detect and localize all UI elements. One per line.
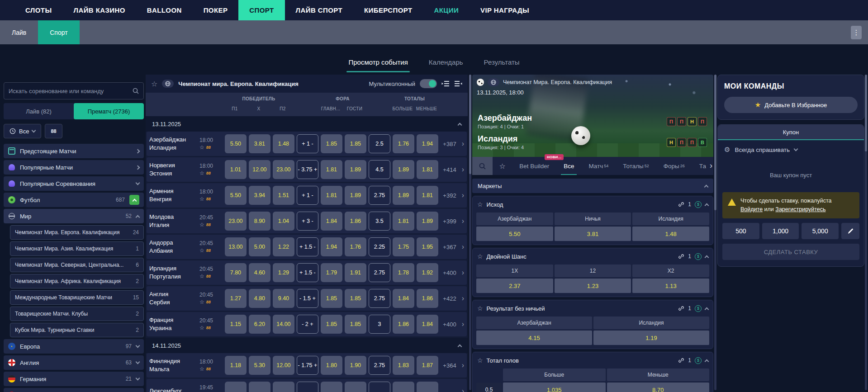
- odds-p1-button[interactable]: 1.15: [225, 315, 247, 334]
- favorite-market-star-icon[interactable]: ☆: [477, 201, 483, 208]
- open-event-chevron[interactable]: ›: [456, 294, 464, 302]
- date-group-header[interactable]: 13.11.2025: [146, 116, 468, 132]
- odds-p2-button[interactable]: 1.51: [273, 186, 294, 205]
- odds-p1-button[interactable]: 1.01: [225, 160, 247, 179]
- odds-x-button[interactable]: 4.80: [249, 289, 270, 308]
- odds-p2-button[interactable]: 1.29: [273, 263, 294, 282]
- handicap-home-button[interactable]: 1.81: [321, 160, 342, 179]
- multicolumn-toggle[interactable]: [420, 79, 437, 88]
- stats-icon[interactable]: 88: [206, 247, 211, 254]
- tab-live[interactable]: Лайв: [0, 20, 38, 44]
- handicap-home-button[interactable]: [321, 382, 342, 392]
- odds-button[interactable]: 2.37: [476, 279, 553, 293]
- tab-calendar[interactable]: Календарь: [427, 58, 465, 72]
- total-line-button[interactable]: 2.75: [369, 186, 390, 205]
- handicap-line-button[interactable]: - 1.75 +: [297, 356, 318, 375]
- total-line-button[interactable]: 3: [369, 315, 390, 334]
- kebab-menu-icon[interactable]: ⋮: [851, 26, 862, 39]
- chevron-up-icon[interactable]: [705, 307, 709, 312]
- list-layout-alt-icon[interactable]: [454, 80, 462, 87]
- favorite-market-star-icon[interactable]: ☆: [477, 357, 483, 364]
- market-search-button[interactable]: [472, 157, 493, 175]
- league-item[interactable]: Чемпионат Мира. Азия. Квалификация 1: [10, 241, 144, 256]
- total-over-button[interactable]: 1.75: [393, 237, 414, 256]
- total-over-button[interactable]: 1.83: [393, 356, 414, 375]
- favorite-markets-tab[interactable]: ☆: [493, 162, 512, 170]
- odds-p2-button[interactable]: 14.00: [273, 315, 294, 334]
- total-line-button[interactable]: 2.75: [369, 289, 390, 308]
- handicap-home-button[interactable]: 1.85: [321, 134, 342, 153]
- odds-x-button[interactable]: 5.00: [249, 237, 270, 256]
- league-item[interactable]: Чемпионат Мира. Северная, Центральна... …: [10, 258, 144, 272]
- favorite-star-icon[interactable]: ☆: [199, 144, 204, 151]
- country-item[interactable]: Европа 97: [4, 339, 144, 354]
- page-scrollbar[interactable]: [865, 75, 867, 390]
- sidebar-quick-link[interactable]: Популярные Матчи: [4, 160, 144, 175]
- handicap-away-button[interactable]: [345, 382, 366, 392]
- handicap-line-button[interactable]: - 2 +: [297, 315, 318, 334]
- event-row[interactable]: Англия Сербия 20:45 ☆88 1.27 4.80 9.40 -…: [147, 286, 467, 311]
- total-under-button[interactable]: [417, 382, 438, 392]
- total-under-button[interactable]: 1.89: [417, 212, 438, 231]
- login-link[interactable]: Войдите: [740, 206, 763, 213]
- odds-p2-button[interactable]: [273, 382, 294, 392]
- favorite-market-star-icon[interactable]: ☆: [477, 253, 483, 260]
- odds-p2-button[interactable]: 9.40: [273, 289, 294, 308]
- tab-sport[interactable]: Спорт: [38, 20, 79, 44]
- odds-p1-button[interactable]: 5.50: [225, 134, 247, 153]
- link-icon[interactable]: [678, 305, 684, 312]
- stake-chip-5000[interactable]: 5,000: [802, 223, 839, 239]
- total-line-button[interactable]: 2.25: [369, 237, 390, 256]
- link-icon[interactable]: [678, 357, 684, 364]
- odds-x-button[interactable]: 3.81: [249, 134, 270, 153]
- total-over-button[interactable]: 1.86: [393, 315, 414, 334]
- nav-sport[interactable]: СПОРТ: [238, 0, 285, 20]
- nav-poker[interactable]: ПОКЕР: [193, 0, 239, 20]
- open-event-chevron[interactable]: ›: [456, 165, 464, 174]
- odds-button[interactable]: 4.15: [476, 331, 592, 345]
- stats-icon[interactable]: 88: [206, 273, 211, 280]
- handicap-line-button[interactable]: + 1 -: [297, 134, 318, 153]
- events-scrollbar[interactable]: [469, 75, 471, 390]
- handicap-away-button[interactable]: 1.86: [345, 212, 366, 231]
- handicap-away-button[interactable]: 1.85: [345, 289, 366, 308]
- more-markets-count[interactable]: +364: [441, 362, 456, 369]
- more-markets-count[interactable]: +400: [441, 321, 456, 328]
- sidebar-item-football[interactable]: Футбол 687: [4, 193, 144, 207]
- handicap-line-button[interactable]: - 1.5 +: [297, 289, 318, 308]
- stats-icon[interactable]: 88: [206, 170, 211, 177]
- open-event-chevron[interactable]: ›: [456, 217, 464, 225]
- more-markets-count[interactable]: +400: [441, 269, 456, 276]
- odds-p2-button[interactable]: 12.00: [273, 356, 294, 375]
- total-over-button[interactable]: 1.89: [393, 160, 414, 179]
- total-under-button[interactable]: 1.81: [417, 160, 438, 179]
- nav-balloon[interactable]: BALLOON: [136, 0, 193, 20]
- total-under-button[interactable]: 1.94: [417, 134, 438, 153]
- total-over-button[interactable]: 1.81: [393, 212, 414, 231]
- chevron-up-icon[interactable]: [705, 255, 709, 260]
- odds-x-button[interactable]: 5.30: [249, 356, 270, 375]
- country-item[interactable]: Испания 26: [4, 388, 144, 392]
- favorite-market-star-icon[interactable]: ☆: [477, 305, 483, 312]
- league-item[interactable]: Кубок Мира. Турнирные Ставки 2: [10, 323, 144, 337]
- list-layout-icon[interactable]: [441, 80, 450, 87]
- markets-collapse-bar[interactable]: Маркеты: [472, 179, 713, 193]
- event-row[interactable]: Норвегия Эстония 18:00 ☆88 1.01 12.00 23…: [147, 157, 467, 182]
- favorite-star-icon[interactable]: ☆: [199, 221, 204, 228]
- tab-results[interactable]: Результаты: [482, 58, 522, 72]
- total-under-button[interactable]: 1.81: [417, 186, 438, 205]
- odds-p1-button[interactable]: 5.50: [225, 186, 247, 205]
- odds-x-button[interactable]: 12.00: [249, 160, 270, 179]
- odds-button[interactable]: 1.48: [632, 227, 709, 241]
- date-group-header[interactable]: 14.11.2025: [146, 338, 468, 353]
- favorite-star-icon[interactable]: ☆: [199, 247, 204, 254]
- handicap-away-button[interactable]: 1.89: [345, 160, 366, 179]
- odds-button[interactable]: 1.035: [503, 383, 606, 392]
- open-event-chevron[interactable]: ›: [456, 320, 464, 328]
- odds-x-button[interactable]: 8.90: [249, 212, 270, 231]
- stats-icon[interactable]: 88: [206, 195, 211, 203]
- stats-icon[interactable]: 88: [206, 365, 211, 373]
- total-under-button[interactable]: 1.84: [417, 315, 438, 334]
- handicap-home-button[interactable]: 1.84: [321, 212, 342, 231]
- open-event-chevron[interactable]: ›: [456, 191, 464, 199]
